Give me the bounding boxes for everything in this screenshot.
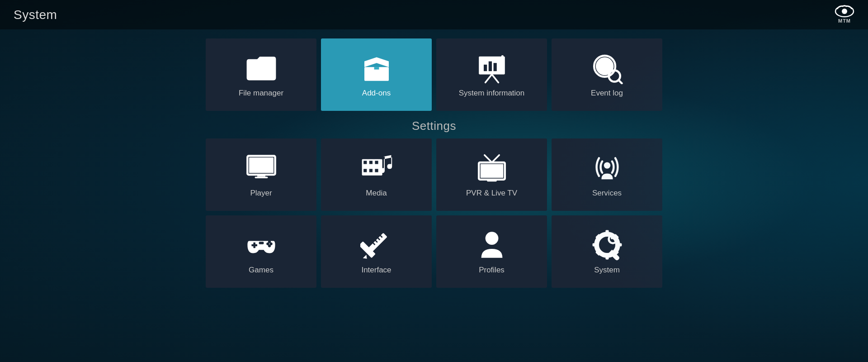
gear-wrench-icon bbox=[591, 229, 623, 261]
media-icon bbox=[360, 152, 393, 184]
svg-rect-23 bbox=[257, 174, 265, 176]
svg-line-35 bbox=[492, 155, 499, 162]
svg-rect-10 bbox=[488, 62, 491, 71]
page-title: System bbox=[14, 8, 57, 22]
tile-file-manager-label: File manager bbox=[239, 89, 283, 98]
svg-point-13 bbox=[501, 55, 503, 57]
settings-row-1: Player bbox=[206, 138, 662, 211]
svg-rect-36 bbox=[487, 179, 497, 181]
gamepad-icon bbox=[245, 229, 278, 261]
clock-search-icon bbox=[591, 52, 623, 84]
svg-rect-33 bbox=[480, 164, 503, 178]
svg-rect-55 bbox=[605, 230, 609, 235]
settings-label: Settings bbox=[412, 119, 456, 133]
tile-pvr-live-tv[interactable]: PVR & Live TV bbox=[436, 138, 547, 211]
svg-rect-44 bbox=[259, 242, 264, 244]
top-row: File manager Add-ons bbox=[206, 38, 662, 111]
tile-player[interactable]: Player bbox=[206, 138, 316, 211]
tile-event-log[interactable]: Event log bbox=[552, 38, 662, 111]
svg-rect-28 bbox=[375, 161, 378, 164]
settings-section: Settings bbox=[0, 119, 868, 288]
tile-games-label: Games bbox=[249, 266, 274, 275]
tile-profiles[interactable]: Profiles bbox=[436, 215, 547, 288]
svg-line-19 bbox=[618, 80, 622, 83]
svg-rect-64 bbox=[611, 238, 613, 239]
tools-icon bbox=[360, 229, 393, 261]
tv-antenna-icon bbox=[476, 152, 508, 184]
svg-rect-56 bbox=[605, 255, 609, 260]
tile-games[interactable]: Games bbox=[206, 215, 316, 288]
settings-row-2: Games bbox=[206, 215, 662, 288]
tile-interface-label: Interface bbox=[361, 266, 391, 275]
svg-rect-47 bbox=[368, 233, 387, 252]
tile-system-info-label: System information bbox=[459, 89, 525, 98]
svg-rect-5 bbox=[374, 67, 379, 69]
tile-add-ons[interactable]: Add-ons bbox=[321, 38, 432, 111]
settings-grid: Player bbox=[206, 138, 662, 288]
tile-services[interactable]: Services bbox=[552, 138, 662, 211]
svg-line-8 bbox=[492, 74, 498, 82]
svg-line-34 bbox=[484, 155, 491, 162]
svg-rect-9 bbox=[484, 65, 487, 71]
svg-point-42 bbox=[268, 240, 270, 243]
tile-interface[interactable]: Interface bbox=[321, 215, 432, 288]
svg-rect-57 bbox=[592, 243, 597, 246]
svg-rect-31 bbox=[375, 169, 378, 172]
svg-rect-29 bbox=[363, 169, 367, 172]
svg-point-52 bbox=[485, 232, 498, 245]
box-icon bbox=[360, 52, 393, 84]
tile-pvr-label: PVR & Live TV bbox=[466, 189, 517, 198]
tile-system-settings[interactable]: System bbox=[552, 215, 662, 288]
tile-media[interactable]: Media bbox=[321, 138, 432, 211]
main-content: File manager Add-ons bbox=[0, 29, 868, 362]
tile-event-log-label: Event log bbox=[591, 89, 623, 98]
svg-point-43 bbox=[268, 244, 270, 247]
mtm-label: MTM bbox=[838, 18, 851, 24]
header: System MTM bbox=[0, 0, 868, 29]
svg-rect-30 bbox=[369, 169, 372, 172]
svg-rect-26 bbox=[363, 161, 367, 164]
svg-rect-58 bbox=[617, 243, 622, 246]
mtm-logo: MTM bbox=[835, 5, 854, 24]
tile-services-label: Services bbox=[592, 189, 622, 198]
tile-system-information[interactable]: System information bbox=[436, 38, 547, 111]
svg-point-1 bbox=[842, 9, 847, 14]
tile-add-ons-label: Add-ons bbox=[362, 89, 391, 98]
tile-profiles-label: Profiles bbox=[479, 266, 505, 275]
folder-icon bbox=[245, 52, 278, 84]
broadcast-icon bbox=[591, 152, 623, 184]
svg-marker-46 bbox=[363, 255, 368, 261]
tile-media-label: Media bbox=[366, 189, 387, 198]
svg-line-7 bbox=[485, 74, 491, 82]
person-icon bbox=[476, 229, 508, 261]
tile-system-settings-label: System bbox=[594, 266, 620, 275]
monitor-play-icon bbox=[245, 152, 278, 184]
svg-rect-24 bbox=[255, 176, 268, 178]
svg-rect-27 bbox=[369, 161, 372, 164]
mtm-icon bbox=[835, 5, 854, 18]
tile-player-label: Player bbox=[250, 189, 272, 198]
svg-point-37 bbox=[604, 162, 610, 168]
svg-rect-39 bbox=[253, 242, 255, 248]
tile-file-manager[interactable]: File manager bbox=[206, 38, 316, 111]
svg-marker-4 bbox=[377, 57, 389, 67]
presentation-icon bbox=[476, 52, 508, 84]
svg-marker-3 bbox=[364, 57, 377, 67]
svg-rect-11 bbox=[493, 63, 496, 71]
